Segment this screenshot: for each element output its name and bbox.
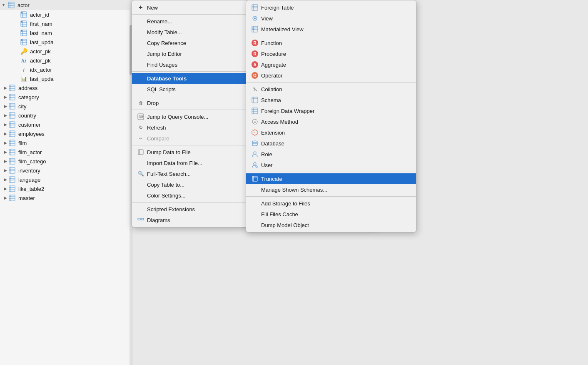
- svg-rect-40: [9, 122, 15, 128]
- expand-arrow-customer: ▶: [2, 122, 8, 128]
- svg-point-8: [21, 12, 22, 13]
- submenu-item-operator[interactable]: O Operator: [246, 70, 416, 81]
- submenu-item-collation[interactable]: Collation: [246, 84, 416, 95]
- svg-text:*: *: [254, 131, 255, 135]
- svg-rect-28: [9, 94, 15, 100]
- table-icon: [7, 1, 15, 9]
- procedure-icon: R: [251, 50, 259, 58]
- database-icon: [251, 140, 259, 147]
- svg-point-109: [254, 152, 256, 154]
- customer-label: customer: [18, 122, 40, 128]
- submenu-operator-label: Operator: [261, 72, 409, 79]
- language-label: language: [18, 177, 41, 183]
- tree-item-inventory[interactable]: ▶ inventory: [0, 166, 133, 175]
- submenu-item-foreign-table[interactable]: Foreign Table: [246, 2, 416, 13]
- tree-item-city[interactable]: ▶ city: [0, 102, 133, 111]
- submenu-item-fdw[interactable]: Foreign Data Wrapper: [246, 105, 416, 116]
- function-icon: R: [251, 39, 259, 47]
- db-tools-icon: [137, 75, 145, 82]
- last-name-label: last_nam: [30, 30, 52, 36]
- aggregate-icon: A: [251, 61, 259, 68]
- tree-item-actor-pk2[interactable]: Iu actor_pk: [0, 56, 133, 65]
- tree-item-idx-actor[interactable]: i idx_actor: [0, 65, 133, 74]
- tree-item-actor-id[interactable]: actor_id: [0, 10, 133, 19]
- submenu-sep-3: [246, 172, 416, 172]
- table-icon-film-actor: [8, 148, 16, 156]
- jump-editor-icon: [137, 50, 145, 58]
- table-icon-employees: [8, 130, 16, 138]
- submenu-item-fill-files-cache[interactable]: Fill Files Cache: [246, 209, 416, 220]
- tree-item-actor-pk1[interactable]: 🔑 actor_pk: [0, 47, 133, 56]
- tree-item-last-update1[interactable]: last_upda: [0, 38, 133, 47]
- submenu-item-truncate[interactable]: Truncate: [246, 173, 416, 184]
- badge-o-operator: O: [252, 72, 258, 79]
- submenu-item-database[interactable]: Database: [246, 138, 416, 149]
- submenu-item-view[interactable]: View: [246, 13, 416, 24]
- submenu-role-label: Role: [261, 151, 409, 158]
- tree-item-actor[interactable]: ▼ actor: [0, 0, 133, 10]
- table-icon-customer: [8, 121, 16, 128]
- tree-item-first-name[interactable]: first_nam: [0, 19, 133, 28]
- add-storage-icon: [251, 200, 259, 207]
- table-icon-category: [8, 93, 16, 101]
- schema-icon: [251, 96, 259, 104]
- category-label: category: [18, 94, 39, 100]
- submenu-item-function[interactable]: R Function: [246, 38, 416, 48]
- table-icon-address: [8, 84, 16, 92]
- submenu-item-manage-schemas[interactable]: Manage Shown Schemas...: [246, 184, 416, 195]
- last-update-2-label: last_upda: [30, 76, 53, 82]
- tree-item-film-actor[interactable]: ▶ film_actor: [0, 148, 133, 157]
- tree-item-language[interactable]: ▶ language: [0, 175, 133, 184]
- film-catego-label: film_catego: [18, 158, 46, 165]
- tree-item-last-update2[interactable]: 📊 last_upda: [0, 74, 133, 83]
- submenu-item-procedure[interactable]: R Procedure: [246, 48, 416, 59]
- table-icon-country: [8, 112, 16, 119]
- expand-arrow-city: ▶: [2, 103, 8, 109]
- master-label: master: [18, 195, 35, 201]
- expand-arrow: ▶: [2, 85, 8, 91]
- badge-r-function: R: [252, 40, 258, 46]
- tree-item-film-catego[interactable]: ▶ film_catego: [0, 157, 133, 166]
- fdw-icon: [251, 107, 259, 115]
- tree-item-last-name[interactable]: last_nam: [0, 28, 133, 38]
- tree-item-master[interactable]: ▶ master: [0, 193, 133, 202]
- svg-text:⌨: ⌨: [139, 115, 144, 119]
- svg-rect-80: [138, 218, 140, 220]
- submenu-item-schema[interactable]: Schema: [246, 95, 416, 105]
- refresh-icon: ↻: [137, 124, 145, 131]
- expand-arrow-country: ▶: [2, 112, 8, 118]
- svg-rect-83: [252, 5, 258, 10]
- tree-item-film[interactable]: ▶ film: [0, 138, 133, 148]
- tree-item-customer[interactable]: ▶ customer: [0, 120, 133, 129]
- svg-rect-36: [9, 112, 15, 118]
- table-icon-like-table2: [8, 185, 16, 192]
- database-tools-submenu: Foreign Table View M Materialized View: [246, 0, 416, 232]
- expand-arrow-language: ▶: [2, 177, 8, 182]
- submenu-item-mat-view[interactable]: M Materialized View: [246, 24, 416, 35]
- submenu-add-storage-label: Add Storage to Files: [261, 200, 409, 207]
- submenu-extension-label: Extension: [261, 130, 409, 136]
- svg-point-110: [254, 162, 256, 165]
- submenu-item-add-storage[interactable]: Add Storage to Files: [246, 198, 416, 209]
- dump-data-icon: [137, 148, 145, 156]
- idx-icon: Iu: [20, 57, 27, 64]
- svg-rect-44: [9, 131, 15, 137]
- first-name-label: first_nam: [30, 21, 52, 27]
- tree-item-like-table2[interactable]: ▶ like_table2: [0, 184, 133, 193]
- film-label: film: [18, 140, 27, 146]
- submenu-item-dump-model-object[interactable]: Dump Model Object: [246, 220, 416, 230]
- submenu-item-role[interactable]: Role: [246, 149, 416, 160]
- country-label: country: [18, 112, 36, 119]
- tree-item-category[interactable]: ▶ category: [0, 92, 133, 102]
- submenu-dump-model-label: Dump Model Object: [261, 222, 409, 228]
- submenu-item-user[interactable]: User: [246, 160, 416, 170]
- chart-icon: 📊: [20, 75, 27, 82]
- submenu-user-label: User: [261, 162, 409, 168]
- tree-item-country[interactable]: ▶ country: [0, 111, 133, 120]
- svg-rect-78: [138, 150, 143, 155]
- submenu-item-access-method[interactable]: A Access Method: [246, 116, 416, 127]
- submenu-item-extension[interactable]: * Extension: [246, 127, 416, 138]
- submenu-item-aggregate[interactable]: A Aggregate: [246, 59, 416, 70]
- tree-item-address[interactable]: ▶ address: [0, 83, 133, 92]
- tree-item-employees[interactable]: ▶ employees: [0, 129, 133, 138]
